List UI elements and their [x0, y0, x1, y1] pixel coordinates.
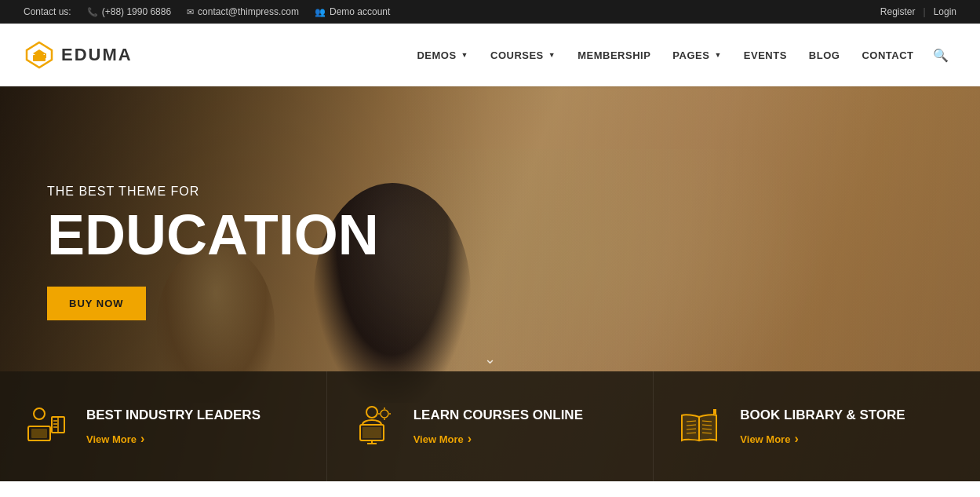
feature-text-industry: BEST INDUSTRY LEADERS View More — [86, 407, 307, 446]
feature-card-industry: BEST INDUSTRY LEADERS View More — [0, 371, 327, 481]
contact-label: Contact us: — [24, 6, 71, 17]
top-bar-left: Contact us: 📞 (+88) 1990 6886 ✉ contact@… — [24, 6, 390, 17]
hero-content: THE BEST THEME FOR EDUCATION BUY NOW — [0, 86, 980, 418]
book-library-icon — [673, 401, 724, 452]
nav-item-demos[interactable]: DEMOS ▼ — [406, 24, 479, 86]
logo-icon — [24, 39, 55, 71]
nav-item-contact[interactable]: CONTACT — [851, 24, 924, 86]
nav-item-courses[interactable]: COURSES ▼ — [479, 24, 567, 86]
demo-account-item[interactable]: 👥 Demo account — [315, 6, 390, 17]
login-link[interactable]: Login — [934, 6, 956, 17]
demo-icon: 👥 — [315, 7, 326, 17]
nav-item-pages[interactable]: PAGES ▼ — [661, 24, 732, 86]
search-button[interactable]: 🔍 — [925, 24, 957, 86]
svg-point-14 — [366, 407, 377, 418]
feature-card-library: BOOK LIBRARY & STORE View More — [654, 371, 980, 481]
phone-item: 📞 (+88) 1990 6886 — [87, 6, 171, 17]
nav-item-blog[interactable]: BLOG — [798, 24, 851, 86]
top-bar-right: Register | Login — [880, 6, 956, 17]
hero-subtitle: THE BEST THEME FOR — [47, 185, 933, 199]
register-link[interactable]: Register — [880, 6, 916, 17]
email-item: ✉ contact@thimpress.com — [187, 6, 299, 17]
scroll-down-indicator[interactable]: ⌄ — [484, 350, 496, 367]
phone-icon: 📞 — [87, 7, 98, 17]
top-bar: Contact us: 📞 (+88) 1990 6886 ✉ contact@… — [0, 0, 980, 24]
feature-link-library[interactable]: View More — [740, 432, 960, 446]
svg-rect-16 — [362, 427, 381, 438]
feature-card-courses: LEARN COURSES ONLINE View More — [327, 371, 654, 481]
svg-point-19 — [381, 410, 388, 418]
feature-title-courses: LEARN COURSES ONLINE — [413, 407, 634, 424]
nav-item-events[interactable]: EVENTS — [733, 24, 798, 86]
feature-title-industry: BEST INDUSTRY LEADERS — [86, 407, 307, 424]
courses-online-icon — [347, 401, 398, 452]
logo-text: EDUMA — [61, 45, 133, 65]
feature-link-courses[interactable]: View More — [413, 432, 634, 446]
main-nav: DEMOS ▼ COURSES ▼ MEMBERSHIP PAGES ▼ EVE… — [406, 24, 956, 86]
buy-now-button[interactable]: BUY NOW — [47, 287, 146, 320]
feature-text-library: BOOK LIBRARY & STORE View More — [740, 407, 960, 446]
svg-point-5 — [34, 408, 45, 419]
hero-section: THE BEST THEME FOR EDUCATION BUY NOW ⌄ — [0, 86, 980, 481]
chevron-down-icon: ▼ — [461, 51, 468, 59]
search-icon: 🔍 — [933, 48, 949, 63]
nav-item-membership[interactable]: MEMBERSHIP — [567, 24, 661, 86]
feature-text-courses: LEARN COURSES ONLINE View More — [413, 407, 634, 446]
feature-strip: BEST INDUSTRY LEADERS View More — [0, 371, 980, 481]
industry-leaders-icon — [20, 401, 71, 452]
svg-rect-7 — [31, 429, 47, 438]
hero-title: EDUCATION — [47, 206, 933, 263]
header: EDUMA DEMOS ▼ COURSES ▼ MEMBERSHIP PAGES… — [0, 24, 980, 86]
chevron-down-icon: ▼ — [714, 51, 721, 59]
feature-title-library: BOOK LIBRARY & STORE — [740, 407, 960, 424]
email-icon: ✉ — [187, 7, 194, 17]
logo[interactable]: EDUMA — [24, 39, 133, 71]
feature-link-industry[interactable]: View More — [86, 432, 307, 446]
top-bar-divider: | — [924, 6, 926, 17]
chevron-down-icon: ▼ — [548, 51, 556, 59]
